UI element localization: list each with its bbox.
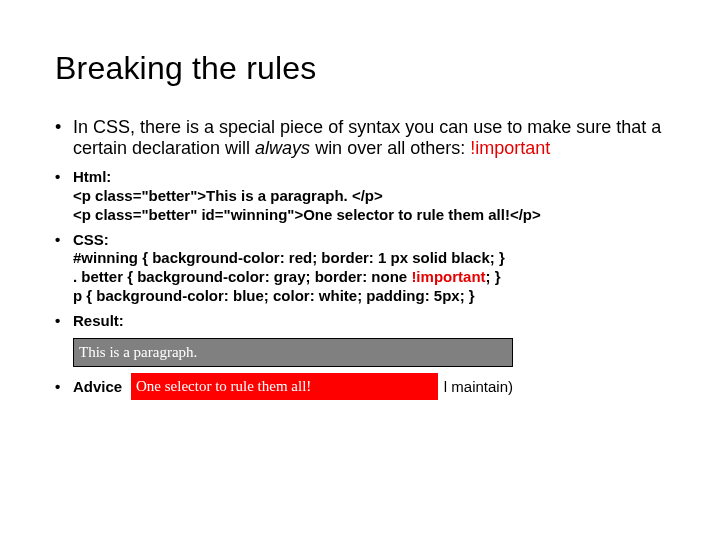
css-line-3: p { background-color: blue; color: white…	[73, 287, 475, 304]
intro-text-mid: win over all others:	[310, 138, 470, 158]
advice-tail-text: l maintain)	[444, 378, 513, 395]
html-section: Html: <p class="better">This is a paragr…	[55, 168, 665, 224]
result-label-bullet: Result:	[55, 312, 665, 331]
result-paragraph-2: One selector to rule them all!	[131, 373, 438, 400]
intro-always: always	[255, 138, 310, 158]
result-label: Result:	[73, 312, 124, 329]
css-line-2-pre: . better { background-color: gray; borde…	[73, 268, 411, 285]
advice-row: Advice One selector to rule them all! l …	[73, 373, 513, 400]
result-preview: This is a paragraph. Advice One selector…	[73, 338, 513, 400]
intro-important: !important	[470, 138, 550, 158]
html-line-2: <p class="better" id="winning">One selec…	[73, 206, 541, 223]
intro-bullet: In CSS, there is a special piece of synt…	[55, 117, 665, 158]
slide: Breaking the rules In CSS, there is a sp…	[0, 0, 720, 430]
html-label: Html:	[73, 168, 111, 185]
css-section: CSS: #winning { background-color: red; b…	[55, 231, 665, 306]
css-line-1: #winning { background-color: red; border…	[73, 249, 505, 266]
css-label: CSS:	[73, 231, 109, 248]
css-line-2-post: ; }	[486, 268, 501, 285]
advice-bullet: Advice	[55, 378, 131, 395]
advice-label: Advice	[73, 378, 122, 395]
result-paragraph-1: This is a paragraph.	[73, 338, 513, 367]
html-line-1: <p class="better">This is a paragraph. <…	[73, 187, 383, 204]
bullet-list: In CSS, there is a special piece of synt…	[55, 117, 665, 158]
sub-bullet-list: Html: <p class="better">This is a paragr…	[55, 168, 665, 330]
css-line-2-important: !important	[411, 268, 485, 285]
slide-title: Breaking the rules	[55, 50, 665, 87]
